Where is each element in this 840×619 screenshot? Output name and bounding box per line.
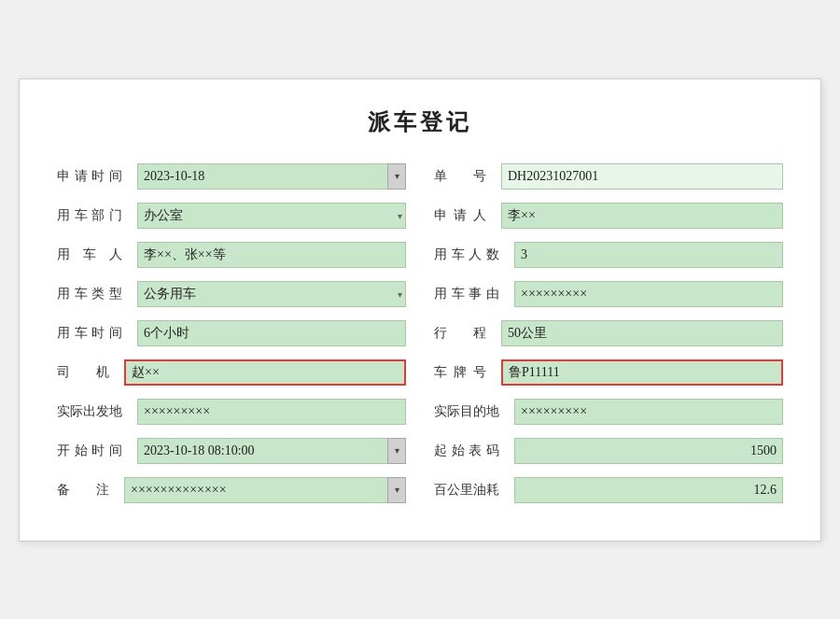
odometer-input[interactable] <box>514 438 783 464</box>
fuel-label: 百公里油耗 <box>434 482 499 499</box>
user-count-input[interactable] <box>514 242 783 268</box>
driver-row: 司 机 <box>57 359 406 386</box>
car-time-label: 用车时间 <box>57 325 122 342</box>
car-reason-input[interactable] <box>514 281 783 307</box>
plate-row: 车 牌 号 <box>434 359 783 386</box>
car-time-input[interactable] <box>137 320 406 346</box>
actual-to-row: 实际目的地 <box>434 399 783 425</box>
journey-input[interactable] <box>501 320 783 346</box>
actual-from-input[interactable] <box>137 399 406 425</box>
actual-to-input[interactable] <box>514 399 783 425</box>
odometer-label: 起始表码 <box>434 443 499 459</box>
remark-label: 备 注 <box>57 482 109 499</box>
order-no-input[interactable] <box>501 163 783 190</box>
driver-label: 司 机 <box>57 364 109 381</box>
form-grid: 申请时间 ▾ 单 号 用车部门 办公室 人事部 <box>57 163 783 503</box>
remark-wrapper: ▾ <box>124 477 406 503</box>
journey-row: 行 程 <box>434 320 783 346</box>
order-no-row: 单 号 <box>434 163 783 190</box>
page-title: 派车登记 <box>57 107 783 137</box>
dept-select-wrapper: 办公室 人事部 财务部 技术部 ▾ <box>137 203 406 229</box>
car-user-row: 用车人 <box>57 242 406 268</box>
form-card: 派车登记 申请时间 ▾ 单 号 用车部门 <box>19 78 821 542</box>
start-time-label: 开始时间 <box>57 443 122 459</box>
apply-time-row: 申请时间 ▾ <box>57 163 406 190</box>
driver-input[interactable] <box>124 359 406 386</box>
order-no-label: 单 号 <box>434 168 486 185</box>
remark-row: 备 注 ▾ <box>57 477 406 503</box>
car-time-row: 用车时间 <box>57 320 406 346</box>
car-type-select[interactable]: 公务用车 商务用车 私家车 <box>137 281 406 307</box>
start-time-row: 开始时间 ▾ <box>57 438 406 464</box>
start-time-calendar-btn[interactable]: ▾ <box>387 438 406 464</box>
dept-row: 用车部门 办公室 人事部 财务部 技术部 ▾ <box>57 203 406 229</box>
car-reason-row: 用车事由 <box>434 281 783 307</box>
user-count-row: 用车人数 <box>434 242 783 268</box>
plate-input[interactable] <box>501 359 783 386</box>
car-user-input[interactable] <box>137 242 406 268</box>
journey-label: 行 程 <box>434 325 486 342</box>
car-type-select-wrapper: 公务用车 商务用车 私家车 ▾ <box>137 281 406 307</box>
dept-label: 用车部门 <box>57 207 122 224</box>
car-type-row: 用车类型 公务用车 商务用车 私家车 ▾ <box>57 281 406 307</box>
applicant-label: 申 请 人 <box>434 207 486 224</box>
fuel-row: 百公里油耗 <box>434 477 783 503</box>
applicant-input[interactable] <box>501 203 783 229</box>
apply-time-wrapper: ▾ <box>137 163 406 190</box>
actual-from-label: 实际出发地 <box>57 403 122 420</box>
plate-label: 车 牌 号 <box>434 364 486 381</box>
applicant-row: 申 请 人 <box>434 203 783 229</box>
remark-input[interactable] <box>124 477 387 503</box>
actual-to-label: 实际目的地 <box>434 403 499 420</box>
car-reason-label: 用车事由 <box>434 286 499 302</box>
apply-time-input[interactable] <box>137 163 387 190</box>
car-type-label: 用车类型 <box>57 286 122 302</box>
apply-time-label: 申请时间 <box>57 168 122 185</box>
fuel-input[interactable] <box>514 477 783 503</box>
apply-time-calendar-btn[interactable]: ▾ <box>387 163 406 190</box>
actual-from-row: 实际出发地 <box>57 399 406 425</box>
start-time-wrapper: ▾ <box>137 438 406 464</box>
dept-select[interactable]: 办公室 人事部 财务部 技术部 <box>137 203 406 229</box>
car-user-label: 用车人 <box>57 246 122 263</box>
odometer-row: 起始表码 <box>434 438 783 464</box>
remark-expand-btn[interactable]: ▾ <box>387 477 406 503</box>
user-count-label: 用车人数 <box>434 246 499 263</box>
start-time-input[interactable] <box>137 438 387 464</box>
